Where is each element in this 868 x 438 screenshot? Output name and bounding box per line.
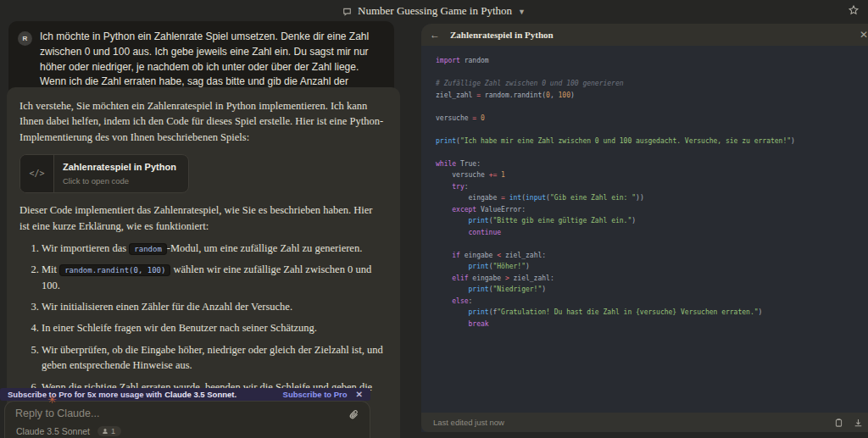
- code-block[interactable]: import random # Zufällige Zahl zwischen …: [421, 46, 868, 413]
- code-line: [436, 67, 861, 79]
- code-line: if eingabe < ziel_zahl:: [436, 250, 861, 262]
- explanation-list: Wir importieren das random-Modul, um ein…: [19, 241, 385, 410]
- model-selector[interactable]: Claude 3.5 Sonnet: [16, 426, 90, 436]
- code-line: print("Höher!"): [436, 261, 861, 273]
- last-edited-status: Last edited just now: [433, 418, 504, 427]
- panel-close-icon[interactable]: ✕: [860, 29, 868, 41]
- artifact-card-title: Zahlenratespiel in Python: [63, 160, 176, 174]
- banner-text: Subscribe to Pro for 5x more usage with: [8, 390, 162, 399]
- artifact-card[interactable]: </> Zahlenratespiel in Python Click to o…: [19, 154, 189, 193]
- code-line: break: [436, 319, 861, 330]
- artifact-card-subtitle: Click to open code: [63, 175, 176, 187]
- inline-code: random.randint(0, 100): [59, 264, 170, 276]
- code-line: [436, 238, 861, 250]
- attachment-icon[interactable]: [348, 408, 359, 424]
- reply-input[interactable]: [15, 408, 329, 419]
- artifact-panel-footer: Last edited just now: [421, 413, 868, 432]
- collaborators-badge[interactable]: 1: [97, 426, 121, 436]
- artifact-panel-title: Zahlenratespiel in Python: [450, 30, 554, 40]
- code-line: except ValueError:: [436, 204, 861, 216]
- star-icon[interactable]: [848, 4, 860, 19]
- avatar: R: [18, 31, 32, 46]
- code-line: # Zufällige Zahl zwischen 0 und 100 gene…: [436, 78, 861, 90]
- list-item: In einer Schleife fragen wir den Benutze…: [42, 320, 385, 335]
- code-line: else:: [436, 296, 861, 308]
- code-line: eingabe = int(input("Gib eine Zahl ein: …: [436, 192, 861, 204]
- code-line: print("Bitte gib eine gültige Zahl ein."…: [436, 215, 861, 227]
- chevron-down-icon: ▼: [518, 8, 526, 16]
- assistant-intro: Ich verstehe, Sie möchten ein Zahlenrate…: [19, 98, 385, 145]
- download-icon[interactable]: [854, 418, 863, 428]
- banner-close-icon[interactable]: ✕: [356, 390, 363, 399]
- code-line: print("Niedriger!"): [436, 284, 861, 296]
- code-line: print("Ich habe mir eine Zahl zwischen 0…: [436, 136, 861, 147]
- code-line: [436, 124, 861, 136]
- list-item: Wir importieren das random-Modul, um ein…: [42, 241, 385, 256]
- list-item: Mit random.randint(0, 100) wählen wir ei…: [42, 262, 385, 293]
- code-line: versuche = 0: [436, 113, 861, 125]
- code-line: while True:: [436, 158, 861, 170]
- inline-code: random: [129, 243, 167, 255]
- list-item: Wir initialisieren einen Zähler für die …: [42, 299, 385, 314]
- artifact-panel-header: ← Zahlenratespiel in Python ✕: [421, 24, 868, 46]
- code-line: print(f"Gratulation! Du hast die Zahl in…: [436, 307, 861, 319]
- copy-code-icon[interactable]: [834, 418, 843, 428]
- person-icon: [102, 428, 108, 435]
- list-item: Wir überprüfen, ob die Eingabe höher, ni…: [42, 342, 385, 374]
- code-line: try:: [436, 181, 861, 193]
- subscribe-link[interactable]: Subscribe to Pro: [283, 390, 348, 399]
- chat-icon: [342, 7, 352, 16]
- code-icon: </>: [20, 155, 54, 192]
- assistant-explain-intro: Dieser Code implementiert das Zahlenrate…: [19, 202, 385, 234]
- banner-text-bold: Claude 3.5 Sonnet.: [164, 390, 236, 399]
- code-line: ziel_zahl = random.randint(0, 100): [436, 90, 861, 102]
- conversation-title-button[interactable]: Number Guessing Game in Python ▼: [342, 4, 526, 18]
- code-line: elif eingabe > ziel_zahl:: [436, 273, 861, 285]
- back-arrow-icon[interactable]: ←: [430, 29, 440, 41]
- artifact-panel: ← Zahlenratespiel in Python ✕ import ran…: [421, 24, 868, 432]
- top-header: Number Guessing Game in Python ▼: [0, 0, 868, 22]
- code-line: [436, 147, 861, 158]
- composer: Claude 3.5 Sonnet 1: [4, 401, 370, 438]
- code-line: versuche += 1: [436, 169, 861, 181]
- code-line: [436, 101, 861, 113]
- code-line: import random: [436, 55, 861, 67]
- claude-spark-icon: ✳: [47, 393, 57, 406]
- page-title: Number Guessing Game in Python: [358, 4, 512, 18]
- code-line: continue: [436, 227, 861, 239]
- assistant-message: Ich verstehe, Sie möchten ein Zahlenrate…: [7, 87, 400, 438]
